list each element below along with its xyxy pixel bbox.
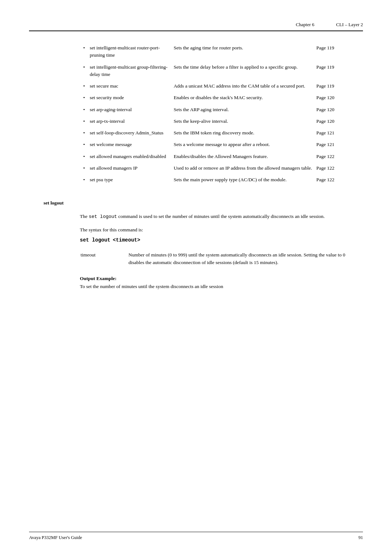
cmd-description: Enables or disables the stack's MAC secu… xyxy=(172,92,315,104)
syntax-param: <timeout> xyxy=(113,237,140,243)
table-row: •set welcome messageSets a welcome messa… xyxy=(80,139,348,150)
cmd-page: Page 119 xyxy=(315,80,349,92)
cmd-page: Page 120 xyxy=(315,116,349,127)
cmd-page: Page 119 xyxy=(315,61,349,81)
content-area: •set intelligent-multicast router-port-p… xyxy=(29,42,363,291)
table-row: •set arp-tx-intervalSets the keep-alive … xyxy=(80,116,348,127)
cmd-name: set intelligent-multicast router-port-pr… xyxy=(88,42,172,61)
cmd-name: set psu type xyxy=(88,174,172,186)
cmd-page: Page 122 xyxy=(315,174,349,186)
cmd-description: Enables/disables the Allowed Managers fe… xyxy=(172,151,315,162)
output-example-label: Output Example: xyxy=(80,276,348,281)
footer-right: 91 xyxy=(359,535,363,540)
bullet: • xyxy=(80,61,88,81)
cmd-description: Sets the ARP aging interval. xyxy=(172,104,315,116)
cmd-description: Sets the keep-alive interval. xyxy=(172,116,315,127)
cmd-name: set welcome message xyxy=(88,139,172,150)
cmd-description: Sets the aging time for router ports. xyxy=(172,42,315,61)
cmd-page: Page 120 xyxy=(315,104,349,116)
cmd-page: Page 121 xyxy=(315,139,349,150)
table-row: •set psu typeSets the main power supply … xyxy=(80,174,348,186)
syntax-cmd: set logout xyxy=(80,237,110,243)
syntax-label: The syntax for this command is: xyxy=(80,226,348,234)
bullet: • xyxy=(80,104,88,116)
header-title: CLI – Layer 2 xyxy=(336,22,363,28)
footer-left: Avaya P332MF User's Guide xyxy=(29,535,82,540)
cmd-page: Page 121 xyxy=(315,127,349,139)
bullet: • xyxy=(80,174,88,186)
cmd-name: set arp-aging-interval xyxy=(88,104,172,116)
page: Chapter 6 CLI – Layer 2 •set intelligent… xyxy=(0,0,392,555)
cmd-name: set security mode xyxy=(88,92,172,104)
param-table: timeout Number of minutes (0 to 999) unt… xyxy=(80,250,348,268)
bullet: • xyxy=(80,80,88,92)
page-footer: Avaya P332MF User's Guide 91 xyxy=(29,532,363,540)
bullet: • xyxy=(80,151,88,162)
table-row: •set self-loop-discovery Admin_StatusSet… xyxy=(80,127,348,139)
cmd-name: set intelligent-multicast group-filterin… xyxy=(88,61,172,81)
set-logout-section: set logout The set logout command is use… xyxy=(80,200,348,291)
cmd-description: Sets a welcome message to appear after a… xyxy=(172,139,315,150)
cmd-name: set allowed managers enabled/disabled xyxy=(88,151,172,162)
cmd-description: Sets the main power supply type (AC/DC) … xyxy=(172,174,315,186)
table-row: •set intelligent-multicast group-filteri… xyxy=(80,61,348,81)
cmd-page: Page 122 xyxy=(315,162,349,174)
table-row: •set intelligent-multicast router-port-p… xyxy=(80,42,348,61)
cmd-page: Page 120 xyxy=(315,92,349,104)
cmd-page: Page 119 xyxy=(315,42,349,61)
section-intro: The set logout command is used to set th… xyxy=(80,212,348,220)
cmd-description: Adds a unicast MAC address into the CAM … xyxy=(172,80,315,92)
table-row: •set allowed managers IPUsed to add or r… xyxy=(80,162,348,174)
output-text: To set the number of minutes until the s… xyxy=(80,283,348,291)
table-row: •set secure macAdds a unicast MAC addres… xyxy=(80,80,348,92)
param-desc: Number of minutes (0 to 999) until the s… xyxy=(128,250,348,268)
cmd-name: set arp-tx-interval xyxy=(88,116,172,127)
cmd-page: Page 122 xyxy=(315,151,349,162)
cmd-inline: set logout xyxy=(89,214,117,219)
table-row: •set allowed managers enabled/disabledEn… xyxy=(80,151,348,162)
intro-text-2: command is used to set the number of min… xyxy=(118,214,325,219)
commands-table: •set intelligent-multicast router-port-p… xyxy=(80,42,348,186)
bullet: • xyxy=(80,127,88,139)
cmd-description: Sets the IBM token ring discovery mode. xyxy=(172,127,315,139)
cmd-name: set secure mac xyxy=(88,80,172,92)
intro-text-1: The xyxy=(80,214,87,219)
syntax-command-line: set logout <timeout> xyxy=(80,236,348,244)
cmd-name: set allowed managers IP xyxy=(88,162,172,174)
table-row: •set arp-aging-intervalSets the ARP agin… xyxy=(80,104,348,116)
cmd-name: set self-loop-discovery Admin_Status xyxy=(88,127,172,139)
cmd-description: Used to add or remove an IP address from… xyxy=(172,162,315,174)
bullet: • xyxy=(80,92,88,104)
header-chapter: Chapter 6 xyxy=(296,22,314,28)
bullet: • xyxy=(80,139,88,150)
bullet: • xyxy=(80,116,88,127)
bullet: • xyxy=(80,42,88,61)
param-name: timeout xyxy=(81,250,128,268)
table-row: •set security modeEnables or disables th… xyxy=(80,92,348,104)
section-title: set logout xyxy=(44,200,348,206)
bullet: • xyxy=(80,162,88,174)
cmd-description: Sets the time delay before a filter is a… xyxy=(172,61,315,81)
page-header: Chapter 6 CLI – Layer 2 xyxy=(29,22,363,31)
